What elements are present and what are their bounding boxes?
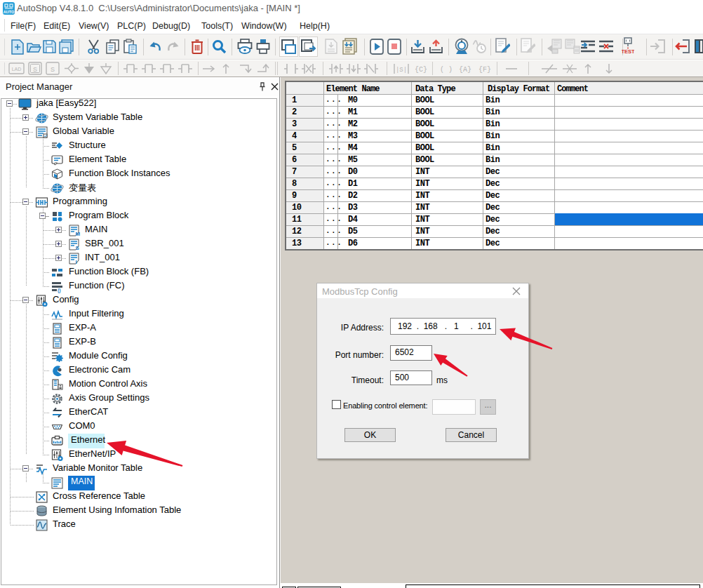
svg-text:|S|: |S| (396, 67, 407, 74)
svg-text:S: S (33, 66, 37, 73)
svg-text:M: M (76, 231, 81, 237)
svg-text:( ): ( ) (440, 66, 453, 74)
svg-text:{C}: {C} (415, 66, 427, 74)
svg-text:LAD: LAD (12, 67, 22, 72)
svg-text:{F}: {F} (478, 66, 491, 74)
svg-text:AUTO: AUTO (4, 10, 15, 14)
svg-text:I: I (76, 259, 77, 265)
svg-text:{A}: {A} (459, 66, 471, 74)
svg-text:(): () (58, 288, 61, 293)
svg-text:TEST: TEST (622, 48, 634, 55)
svg-text:S: S (76, 245, 80, 251)
svg-text:S: S (51, 66, 55, 73)
